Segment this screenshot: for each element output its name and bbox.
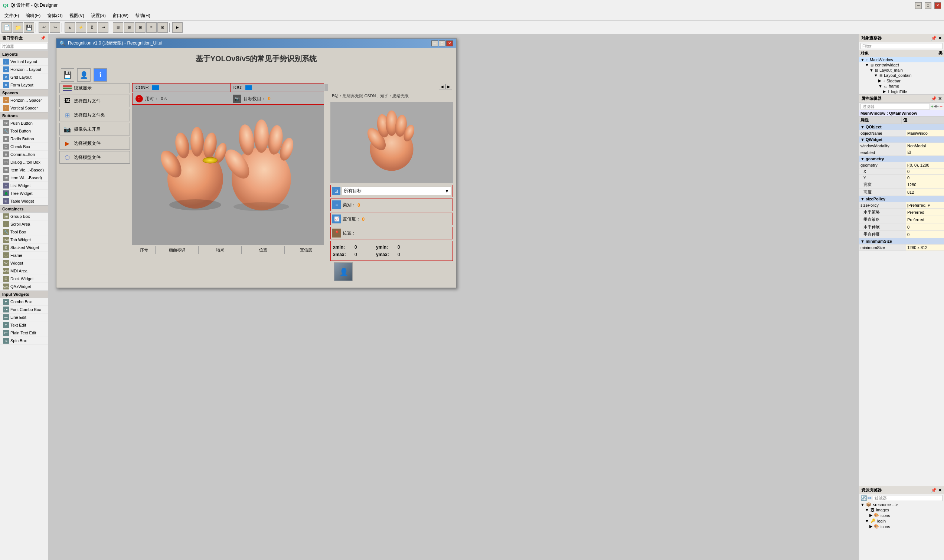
menu-form[interactable]: 窗体(O) bbox=[44, 12, 65, 20]
wb-item-pushbtn[interactable]: OK Push Button bbox=[0, 120, 48, 127]
wb-item-tablewidget[interactable]: ⊞ Table Widget bbox=[0, 197, 48, 205]
res-tree-item-login[interactable]: ▼ 🔑 login bbox=[859, 518, 944, 524]
widget-box-pin[interactable]: 📌 bbox=[40, 35, 46, 40]
wb-item-widget[interactable]: W Widget bbox=[0, 259, 48, 267]
prop-val-x[interactable]: 0 bbox=[906, 168, 944, 175]
maximize-button[interactable]: □ bbox=[925, 2, 932, 9]
inspector-pin[interactable]: 📌 bbox=[931, 35, 936, 41]
tb-widget-edit[interactable]: ▲ bbox=[65, 22, 75, 33]
tb-tab-order[interactable]: ⇥ bbox=[98, 22, 108, 33]
tb-layout-h[interactable]: ⊟ bbox=[113, 22, 123, 33]
tb-break[interactable]: ⊠ bbox=[157, 22, 168, 33]
wb-item-qaxwidget[interactable]: QAX QAxWidget bbox=[0, 283, 48, 291]
prop-val-vpolicy[interactable]: Preferred bbox=[906, 216, 944, 223]
save-icon-btn[interactable]: 💾 bbox=[61, 68, 74, 82]
wb-item-formlayout[interactable]: ≡ Form Layout bbox=[0, 81, 48, 89]
wb-item-combobox[interactable]: ▼ Combo Box bbox=[0, 298, 48, 306]
prop-row-y[interactable]: Y 0 bbox=[859, 175, 944, 181]
tb-layout-v[interactable]: ⊞ bbox=[124, 22, 134, 33]
prop-editor-close[interactable]: ✕ bbox=[938, 96, 942, 101]
wb-item-toolbox[interactable]: 🔧 Tool Box bbox=[0, 228, 48, 236]
prop-row-minsize[interactable]: minimumSize 1280 x 812 bbox=[859, 245, 944, 251]
tree-item-frame[interactable]: ▼ ▭ frame bbox=[859, 83, 944, 89]
wb-cat-buttons[interactable]: Buttons bbox=[0, 112, 48, 120]
form-close-btn[interactable]: ✕ bbox=[446, 40, 453, 46]
tb-redo[interactable]: ↪ bbox=[50, 22, 60, 33]
tb-new[interactable]: 📄 bbox=[2, 22, 12, 33]
select-image-btn[interactable]: 🖼 选择图片文件 bbox=[59, 95, 130, 107]
wb-item-itemwb[interactable]: ITM Item Wi...-Based) bbox=[0, 174, 48, 182]
tree-item-layout-main[interactable]: ▼ ⊟ Layout_main bbox=[859, 68, 944, 73]
inspector-close[interactable]: ✕ bbox=[938, 35, 942, 41]
target-selector[interactable]: ⊡ 所有目标 ▼ bbox=[330, 185, 453, 197]
prop-row-enabled[interactable]: enabled ☑ bbox=[859, 149, 944, 156]
res-tree-item-images[interactable]: ▼ 🖼 images bbox=[859, 507, 944, 512]
close-button[interactable]: ✕ bbox=[934, 2, 941, 9]
wb-cat-spacers[interactable]: Spacers bbox=[0, 89, 48, 97]
prop-row-geometry[interactable]: geometry [(0, 0), 1280 bbox=[859, 162, 944, 168]
conf-bar-fill[interactable] bbox=[152, 85, 159, 90]
select-folder-btn[interactable]: ⊞ 选择图片文件夹 bbox=[59, 109, 130, 122]
nav-left-btn[interactable]: ◀ bbox=[439, 84, 445, 89]
tb-buddy[interactable]: B bbox=[87, 22, 97, 33]
prop-val-y[interactable]: 0 bbox=[906, 175, 944, 181]
tree-item-layout-contain[interactable]: ▼ ⊟ Layout_contain bbox=[859, 73, 944, 78]
prop-row-objectname[interactable]: objectName MainWindo bbox=[859, 130, 944, 137]
prop-row-hpolicy[interactable]: 水平策略 Preferred bbox=[859, 209, 944, 216]
prop-val-hpolicy[interactable]: Preferred bbox=[906, 209, 944, 216]
open-camera-btn[interactable]: 📷 摄像头未开启 bbox=[59, 123, 130, 135]
select-video-btn[interactable]: ▶ 选择视频文件 bbox=[59, 137, 130, 149]
tb-layout-grid[interactable]: ⊞ bbox=[135, 22, 146, 33]
wb-item-lineedit[interactable]: — Line Edit bbox=[0, 314, 48, 322]
prop-del-icon[interactable]: − bbox=[939, 103, 942, 109]
res-browser-pin[interactable]: 📌 bbox=[931, 488, 936, 493]
tb-layout-form[interactable]: ≡ bbox=[146, 22, 157, 33]
wb-item-commandbtn[interactable]: ⊞ Comma...tton bbox=[0, 151, 48, 158]
prop-val-minsize[interactable]: 1280 x 812 bbox=[906, 245, 944, 251]
widget-search[interactable] bbox=[0, 43, 48, 50]
wb-item-plaintextedit[interactable]: PT Plain Text Edit bbox=[0, 329, 48, 337]
res-tree-item-resource[interactable]: ▼ 📦 <resource ...> bbox=[859, 502, 944, 507]
prop-add-icon[interactable]: + bbox=[931, 103, 933, 109]
info-icon-btn[interactable]: ℹ bbox=[94, 68, 107, 82]
prop-row-height[interactable]: 高度 812 bbox=[859, 189, 944, 196]
tree-item-sidebar[interactable]: ▶ □ Sidebar bbox=[859, 78, 944, 83]
wb-item-dialogbtnbox[interactable]: □□ Dialog ...ton Box bbox=[0, 158, 48, 166]
wb-item-treewidget[interactable]: 🌲 Tree Widget bbox=[0, 190, 48, 197]
menu-settings[interactable]: 设置(S) bbox=[88, 12, 109, 20]
hide-show-btn[interactable]: 隐藏显示 bbox=[59, 83, 130, 93]
result-table-body[interactable] bbox=[133, 254, 327, 284]
form-maximize-btn[interactable]: □ bbox=[439, 40, 445, 46]
res-refresh-icon[interactable]: 🔄 bbox=[861, 495, 867, 501]
person-icon-btn[interactable]: 👤 bbox=[77, 68, 91, 82]
wb-item-itemvl[interactable]: ITM Item Vie...l-Based) bbox=[0, 166, 48, 174]
wb-item-vspacer[interactable]: ↕ Vertical Spacer bbox=[0, 104, 48, 112]
prop-val-windowmodality[interactable]: NonModal bbox=[906, 143, 944, 149]
wb-item-dockwidget[interactable]: ⊟ Dock Widget bbox=[0, 275, 48, 283]
prop-filter[interactable] bbox=[861, 103, 930, 109]
tree-item-centralwidget[interactable]: ▼ ⊞ centralwidget bbox=[859, 62, 944, 68]
wb-item-toolbtn[interactable]: 🔧 Tool Button bbox=[0, 127, 48, 135]
res-browser-close[interactable]: ✕ bbox=[938, 488, 942, 493]
wb-cat-containers[interactable]: Containers bbox=[0, 205, 48, 213]
wb-item-radiobtn[interactable]: ◉ Radio Button bbox=[0, 135, 48, 143]
res-edit-icon[interactable]: ✏ bbox=[867, 495, 872, 501]
prop-row-sizepolicy[interactable]: sizePolicy [Preferred, P bbox=[859, 202, 944, 209]
minimize-button[interactable]: ─ bbox=[915, 2, 922, 9]
target-dropdown[interactable]: 所有目标 ▼ bbox=[342, 187, 451, 195]
form-minimize-btn[interactable]: ─ bbox=[431, 40, 438, 46]
wb-item-hlayout[interactable]: ↔ Horizon... Layout bbox=[0, 66, 48, 74]
wb-item-gridlayout[interactable]: # Grid Layout bbox=[0, 74, 48, 81]
wb-cat-input[interactable]: Input Widgets bbox=[0, 291, 48, 298]
tree-item-logintitle[interactable]: ▶ T loginTitle bbox=[859, 89, 944, 94]
wb-item-textedit[interactable]: T Text Edit bbox=[0, 322, 48, 329]
tree-item-mainwindow[interactable]: ▼ □ MainWindow bbox=[859, 57, 944, 62]
res-tree-item-icons2[interactable]: ▶ 🎨 icons bbox=[859, 524, 944, 529]
iou-bar-fill[interactable] bbox=[245, 85, 252, 90]
wb-item-stackedwidget[interactable]: ⊞ Stacked Widget bbox=[0, 244, 48, 252]
prop-row-vstretch[interactable]: 垂直伸展 0 bbox=[859, 231, 944, 238]
wb-item-fontcombo[interactable]: F▼ Font Combo Box bbox=[0, 306, 48, 314]
wb-item-hspacer[interactable]: ↔ Horizon... Spacer bbox=[0, 97, 48, 104]
prop-val-width[interactable]: 1280 bbox=[906, 181, 944, 189]
wb-item-scrollarea[interactable]: ↓ Scroll Area bbox=[0, 220, 48, 228]
